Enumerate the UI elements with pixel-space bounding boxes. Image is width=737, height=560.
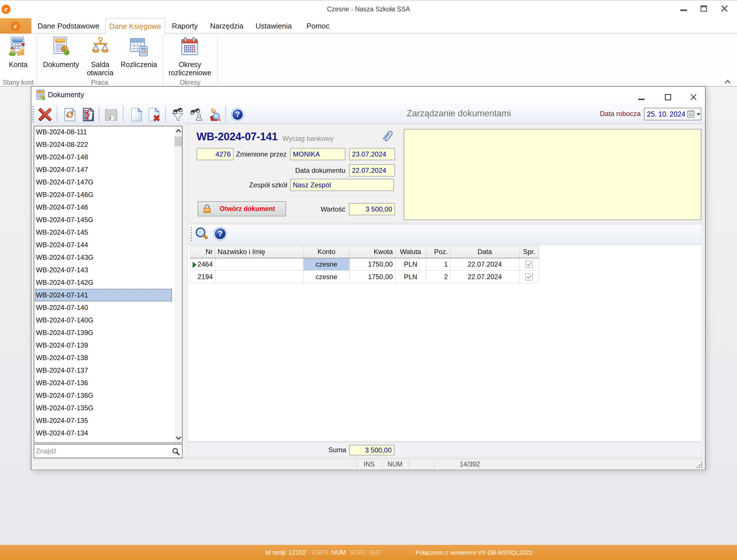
svg-text:2: 2 <box>66 50 68 55</box>
svg-text:?: ? <box>235 110 240 119</box>
svg-text:e: e <box>14 22 17 30</box>
svg-text:?: ? <box>218 229 223 238</box>
